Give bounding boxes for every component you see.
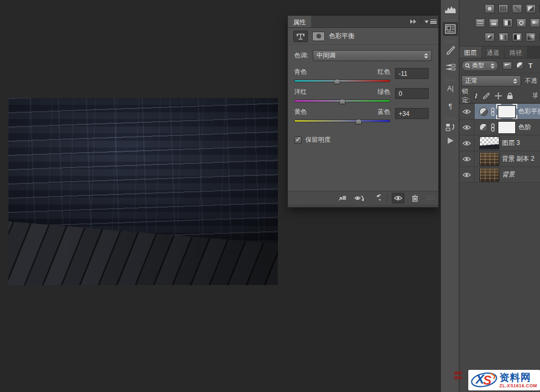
layer-row-color-balance[interactable]: 色彩平衡	[459, 104, 540, 120]
select-arrows-icon	[513, 79, 517, 84]
filter-type-layers-icon[interactable]: T	[528, 62, 533, 70]
layer-name[interactable]: 背景	[502, 170, 515, 179]
watermark: X S 资料网 ZL.XS1616.COM	[468, 370, 540, 390]
brightness-contrast-adjustment-icon[interactable]	[485, 4, 495, 13]
tone-select[interactable]: 中间调	[313, 50, 432, 61]
watermark-site-name: 资料网	[499, 373, 531, 383]
layer-name[interactable]: 色彩平衡	[518, 107, 540, 116]
layer-row-background[interactable]: 背景	[459, 167, 540, 183]
lock-position-icon[interactable]	[495, 92, 502, 100]
layer-thumbnail[interactable]	[479, 152, 499, 166]
channel-mixer-adjustment-icon[interactable]	[530, 18, 540, 27]
mask-link-icon	[490, 123, 495, 132]
layer-filter-row: 类型 T	[459, 58, 540, 73]
properties-footer	[288, 191, 438, 204]
lock-label: 锁定:	[462, 87, 470, 105]
tab-channels[interactable]: 通道	[482, 46, 504, 58]
blend-mode-value: 正常	[465, 76, 478, 85]
hue-saturation-adjustment-icon[interactable]	[475, 18, 485, 27]
yellow-blue-slider[interactable]	[294, 117, 390, 125]
actions-panel-icon[interactable]	[443, 134, 458, 148]
panel-menu-button[interactable]	[422, 16, 438, 27]
threshold-adjustment-icon[interactable]	[512, 33, 522, 42]
visibility-eye-icon[interactable]	[459, 151, 475, 166]
panel-dock-strip: A| ¶	[440, 0, 459, 392]
layer-name[interactable]: 色阶	[518, 123, 531, 132]
layer-list: 色彩平衡 色阶 图层 3	[459, 103, 540, 183]
watermark-smudge	[454, 371, 462, 375]
filter-adjustment-layers-icon[interactable]	[516, 62, 524, 70]
paragraph-panel-icon[interactable]: ¶	[443, 99, 458, 113]
blend-mode-select[interactable]: 正常	[461, 75, 521, 86]
reset-button[interactable]	[370, 193, 383, 203]
curves-adjustment-icon[interactable]	[512, 4, 522, 13]
layer-mask-thumbnail[interactable]	[498, 105, 516, 118]
panel-title: 色彩平衡	[329, 32, 354, 41]
adjustments-panel	[459, 0, 540, 46]
visibility-eye-icon[interactable]	[459, 104, 475, 119]
document-image[interactable]	[8, 98, 278, 285]
visibility-eye-icon[interactable]	[459, 120, 475, 135]
panel-resize-grip[interactable]	[426, 195, 435, 201]
visibility-eye-icon[interactable]	[459, 167, 475, 182]
cyan-red-slider[interactable]	[294, 77, 390, 85]
cyan-red-value-input[interactable]	[395, 68, 429, 79]
filter-type-select[interactable]: 类型	[461, 61, 498, 71]
lock-row: 锁定: 填充	[459, 89, 540, 103]
layer-name[interactable]: 背景 副本 2	[502, 154, 534, 163]
magenta-green-value-input[interactable]	[395, 88, 429, 99]
blend-mode-row: 正常 不透明度:	[459, 73, 540, 89]
properties-panel-icon[interactable]	[443, 22, 458, 36]
invert-adjustment-icon[interactable]	[485, 33, 495, 42]
brush-panel-icon[interactable]	[443, 43, 458, 57]
histogram-panel-icon[interactable]	[443, 3, 458, 16]
search-icon	[465, 63, 470, 68]
lock-transparency-icon[interactable]	[475, 93, 478, 99]
layer-thumbnail[interactable]	[479, 136, 499, 150]
tab-properties[interactable]: 属性	[288, 16, 311, 27]
layer-row-background-copy2[interactable]: 背景 副本 2	[459, 151, 540, 167]
black-white-adjustment-icon[interactable]	[503, 18, 513, 27]
color-balance-adjustment-icon[interactable]	[489, 18, 499, 27]
layer-comps-panel-icon[interactable]	[443, 120, 458, 134]
cyan-label: 青色	[294, 67, 307, 76]
panel-bottom-resize[interactable]	[288, 204, 438, 207]
select-arrows-icon	[490, 63, 495, 68]
preserve-luminosity-checkbox[interactable]	[294, 136, 302, 144]
exposure-adjustment-icon[interactable]	[526, 4, 536, 13]
red-label: 红色	[378, 67, 390, 76]
brush-presets-panel-icon[interactable]	[443, 60, 458, 74]
gradient-map-adjustment-icon[interactable]	[526, 33, 536, 42]
layer-thumbnail[interactable]	[479, 168, 499, 182]
tab-layers[interactable]: 图层	[459, 46, 481, 58]
levels-adjustment-icon[interactable]	[498, 4, 508, 13]
layer-row-layer3[interactable]: 图层 3	[459, 135, 540, 151]
layer-mask-icon	[312, 32, 325, 41]
view-previous-state-button[interactable]	[353, 193, 366, 203]
posterize-adjustment-icon[interactable]	[498, 33, 508, 42]
filter-pixel-layers-icon[interactable]	[503, 62, 512, 70]
right-panel-column: 图层 通道 路径 类型 T 正常 不透明度: 锁定:	[459, 0, 540, 392]
character-panel-icon[interactable]: A|	[443, 81, 458, 95]
select-arrows-icon	[424, 53, 428, 58]
toggle-visibility-button[interactable]	[392, 193, 404, 203]
mask-link-icon	[490, 107, 495, 116]
tab-paths[interactable]: 路径	[505, 46, 527, 58]
layer-name[interactable]: 图层 3	[502, 139, 520, 148]
clip-to-layer-button[interactable]	[336, 193, 349, 203]
collapse-panel-button[interactable]	[406, 16, 420, 27]
yellow-blue-value-input[interactable]	[395, 108, 429, 119]
lock-all-icon[interactable]	[507, 92, 513, 100]
adjustment-header: 色彩平衡	[288, 28, 438, 45]
lock-pixels-icon[interactable]	[483, 92, 490, 99]
layer-mask-thumbnail[interactable]	[498, 121, 516, 134]
layer-row-levels[interactable]: 色阶	[459, 120, 540, 135]
magenta-green-slider[interactable]	[294, 97, 390, 105]
visibility-eye-icon[interactable]	[459, 135, 475, 151]
preserve-luminosity-label: 保留明度	[305, 135, 331, 144]
photo-filter-adjustment-icon[interactable]	[516, 18, 526, 27]
layers-tabbar: 图层 通道 路径	[459, 46, 540, 58]
delete-adjustment-button[interactable]	[409, 193, 421, 203]
tone-value: 中间调	[316, 51, 335, 60]
watermark-url: ZL.XS1616.COM	[499, 383, 537, 388]
